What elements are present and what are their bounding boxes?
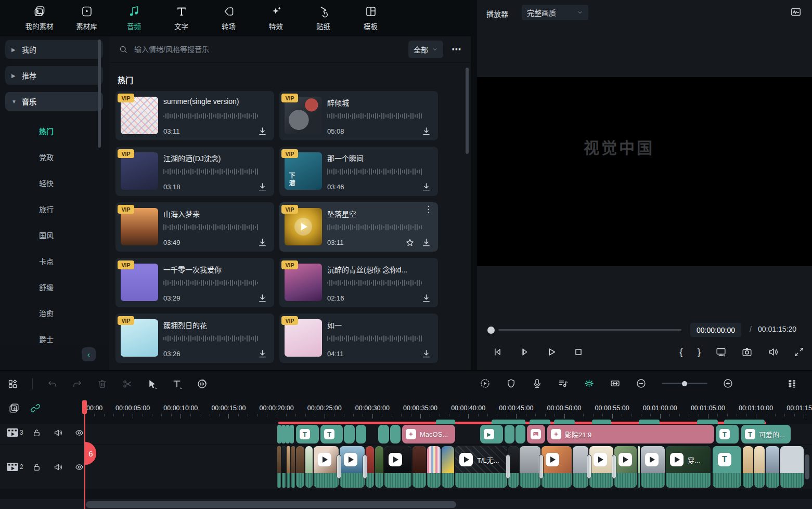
transition-handle[interactable]: [612, 454, 616, 479]
timeline-video-clip[interactable]: [573, 446, 588, 488]
timeline-text-clip[interactable]: [505, 425, 514, 443]
nav-item-text[interactable]: 文字: [158, 5, 205, 31]
fullscreen-button[interactable]: [793, 346, 805, 358]
download-button[interactable]: [257, 293, 268, 304]
quick-text-button[interactable]: [172, 379, 183, 389]
snap-button[interactable]: [584, 378, 595, 389]
play-button[interactable]: [546, 346, 557, 358]
search-input[interactable]: [133, 45, 408, 54]
timeline-video-clip[interactable]: [287, 446, 290, 488]
zoom-slider-handle[interactable]: [682, 381, 687, 386]
sidebar-item-1[interactable]: 党政: [0, 144, 109, 170]
link-clips-icon[interactable]: [30, 403, 41, 413]
fit-timeline-button[interactable]: [610, 378, 621, 389]
timeline-horizontal-scrollbar[interactable]: [86, 501, 456, 508]
player-display-mode-button[interactable]: [715, 346, 727, 358]
transition-handle[interactable]: [539, 454, 544, 479]
sidebar-group-2[interactable]: ▼音乐: [5, 92, 103, 111]
playhead-handle[interactable]: [82, 400, 87, 414]
timeline-effect-clip[interactable]: MacOS...: [402, 425, 455, 443]
sidebar-item-3[interactable]: 旅行: [0, 196, 109, 222]
download-button[interactable]: [421, 348, 432, 359]
download-button[interactable]: [257, 348, 268, 359]
record-voiceover-button[interactable]: [532, 378, 543, 389]
timeline-video-clip[interactable]: [589, 446, 613, 488]
zoom-out-button[interactable]: [636, 378, 647, 389]
timeline-text-clip[interactable]: [277, 425, 281, 443]
transition-handle[interactable]: [337, 454, 341, 479]
timeline-video-clip[interactable]: [291, 446, 295, 488]
download-button[interactable]: [421, 126, 432, 137]
timeline-text-clip[interactable]: [390, 425, 401, 443]
transition-handle[interactable]: [506, 454, 510, 479]
sidebar-collapse-button[interactable]: ‹: [82, 347, 96, 361]
scrub-handle[interactable]: [487, 327, 495, 334]
nav-item-media[interactable]: 我的素材: [16, 5, 63, 31]
add-track-button[interactable]: [8, 402, 20, 414]
sidebar-item-4[interactable]: 国风: [0, 222, 109, 248]
timeline-menu-button[interactable]: [7, 379, 18, 389]
track-height-button[interactable]: [787, 379, 797, 389]
download-button[interactable]: [421, 293, 432, 304]
filter-dropdown[interactable]: 全部: [408, 41, 443, 58]
mark-in-button[interactable]: {: [679, 346, 682, 358]
nav-item-audio[interactable]: 音频: [110, 5, 158, 31]
timeline-video-clip[interactable]: [305, 446, 313, 488]
timeline-video-clip[interactable]: [277, 446, 281, 488]
music-card[interactable]: VIP簇拥烈日的花03:26: [115, 314, 274, 363]
lock-track-button[interactable]: [32, 462, 42, 472]
timeline-vertical-scrollbar[interactable]: [805, 454, 809, 479]
timeline-video-clip[interactable]: [282, 446, 286, 488]
redo-button[interactable]: [72, 379, 83, 389]
timeline-video-clip[interactable]: [614, 446, 637, 488]
music-card[interactable]: VIP江湖的酒(DJ沈念)03:18: [115, 147, 274, 196]
timeline-text-clip[interactable]: T可爱的...: [741, 425, 791, 443]
nav-item-transition[interactable]: 转场: [205, 5, 252, 31]
more-button[interactable]: ⋮: [424, 204, 433, 215]
sidebar-item-5[interactable]: 卡点: [0, 248, 109, 274]
timeline-video-clip[interactable]: [340, 446, 365, 488]
timeline-video-clip[interactable]: [520, 446, 540, 488]
music-card[interactable]: VIP如一04:11: [279, 314, 438, 363]
timeline-video-clip[interactable]: [766, 446, 779, 488]
mute-track-button[interactable]: [53, 462, 63, 472]
bookmark-button[interactable]: [506, 378, 517, 389]
beat-detection-button[interactable]: [197, 379, 208, 389]
download-button[interactable]: [257, 181, 268, 192]
favorite-button[interactable]: [405, 238, 415, 248]
timeline-text-clip[interactable]: [344, 425, 355, 443]
sidebar-group-0[interactable]: ▶我的: [5, 40, 103, 59]
mark-out-button[interactable]: }: [698, 346, 701, 358]
timeline-text-clip[interactable]: [378, 425, 389, 443]
timeline-video-clip[interactable]: [427, 446, 441, 488]
music-card[interactable]: VIPsummer(single version)03:11: [115, 91, 274, 140]
timeline-effect-clip[interactable]: 影院21:9: [547, 425, 714, 443]
timeline-video-clip[interactable]: [641, 446, 665, 488]
zoom-slider[interactable]: [662, 379, 707, 389]
sidebar-item-7[interactable]: 治愈: [0, 300, 109, 326]
timeline-text-clip[interactable]: [281, 425, 286, 443]
timeline-text-clip[interactable]: [290, 425, 294, 443]
music-card[interactable]: VIP沉醉的青丝(想你 念你d...02:16: [279, 258, 438, 307]
timeline-video-clip[interactable]: [314, 446, 339, 488]
timeline-video-clip[interactable]: [754, 446, 765, 488]
download-button[interactable]: [421, 181, 432, 192]
sidebar-item-6[interactable]: 舒缓: [0, 274, 109, 300]
timeline-video-clip[interactable]: [413, 446, 426, 488]
sidebar-group-1[interactable]: ▶推荐: [5, 66, 103, 85]
timeline-video-clip[interactable]: 穿...: [666, 446, 711, 488]
timeline-text-clip[interactable]: [515, 425, 525, 443]
timeline-video-clip[interactable]: [638, 446, 640, 488]
timeline-video-clip[interactable]: [375, 446, 383, 488]
audio-stretch-button[interactable]: [558, 378, 569, 389]
previous-frame-button[interactable]: [492, 346, 503, 358]
timeline-text-clip[interactable]: [356, 425, 366, 443]
hide-track-button[interactable]: [74, 428, 84, 438]
timeline-video-clip[interactable]: T/L无...: [455, 446, 507, 488]
transition-handle[interactable]: [363, 454, 367, 479]
timeline-text-clip[interactable]: [286, 425, 290, 443]
timeline-video-clip[interactable]: [780, 446, 804, 488]
play-overlay-icon[interactable]: [294, 218, 312, 236]
transition-handle[interactable]: [587, 454, 591, 479]
more-options-button[interactable]: ⋯: [452, 44, 461, 55]
